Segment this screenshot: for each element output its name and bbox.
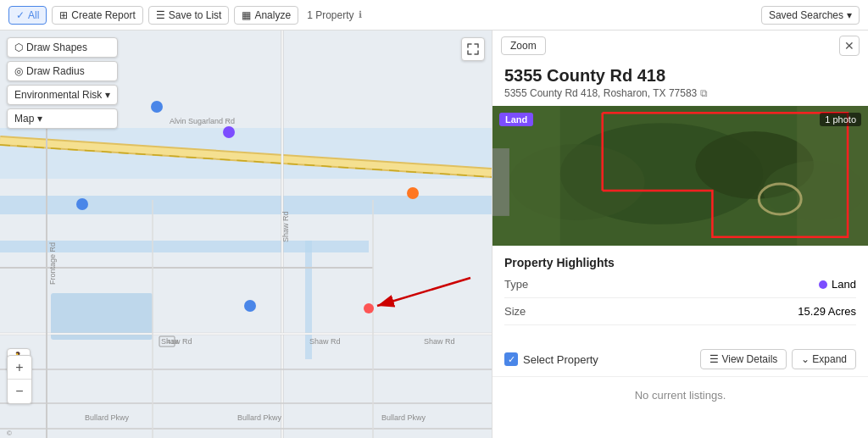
environmental-risk-dropdown[interactable]: Environmental Risk ▾ xyxy=(7,85,118,105)
svg-point-31 xyxy=(223,126,235,138)
property-highlights: Property Highlights Type Land Size 15.29… xyxy=(492,246,868,342)
svg-text:Shaw Rd: Shaw Rd xyxy=(309,337,341,346)
type-value-text: Land xyxy=(832,278,856,291)
land-dot xyxy=(819,280,827,289)
property-header: 5355 County Rd 418 5355 County Rd 418, R… xyxy=(492,56,868,106)
select-property-checkbox[interactable]: ✓ xyxy=(504,352,518,366)
toolbar: ✓ All ⊞ Create Report ☰ Save to List ▦ A… xyxy=(0,0,868,30)
chart-icon: ▦ xyxy=(242,9,251,21)
divider-2 xyxy=(504,324,856,325)
environmental-risk-label: Environmental Risk xyxy=(14,89,102,101)
property-boundary-svg xyxy=(492,106,868,246)
action-buttons: ☰ View Details ⌄ Expand xyxy=(700,349,856,369)
all-label: All xyxy=(28,9,39,21)
map-type-label: Map xyxy=(14,113,34,125)
analyze-label: Analyze xyxy=(254,9,291,21)
chevron-down-icon: ▾ xyxy=(847,9,852,21)
save-to-list-label: Save to List xyxy=(169,9,222,21)
check-icon: ✓ xyxy=(16,9,25,21)
draw-shapes-label: Draw Shapes xyxy=(26,42,87,53)
select-property-container: ✓ Select Property xyxy=(504,352,598,366)
size-value: 15.29 Acres xyxy=(798,305,856,318)
info-icon[interactable]: ℹ xyxy=(359,9,362,20)
map-controls: ⬡ Draw Shapes ◎ Draw Radius Environmenta… xyxy=(7,37,118,129)
property-address: 5355 County Rd 418, Rosharon, TX 77583 ⧉ xyxy=(504,87,856,99)
expand-button[interactable]: ⌄ Expand xyxy=(792,349,856,369)
main-layout: Frontage Rd Shaw Rd Shaw Rd Shaw Rd Shaw… xyxy=(0,30,868,438)
view-details-button[interactable]: ☰ View Details xyxy=(700,349,787,369)
select-property-label: Select Property xyxy=(523,353,598,366)
map-type-dropdown[interactable]: Map ▾ xyxy=(7,108,118,129)
expand-icon xyxy=(467,43,479,55)
type-label: Type xyxy=(504,278,528,291)
map-background: Frontage Rd Shaw Rd Shaw Rd Shaw Rd Shaw… xyxy=(0,30,492,438)
list-details-icon: ☰ xyxy=(709,353,719,365)
svg-text:Shaw Rd: Shaw Rd xyxy=(281,211,290,242)
property-count: 1 Property xyxy=(307,9,353,21)
svg-rect-1 xyxy=(0,196,492,214)
draw-shapes-icon: ⬡ xyxy=(14,42,23,53)
view-details-label: View Details xyxy=(721,353,777,365)
zoom-in-button[interactable]: + xyxy=(8,356,31,380)
type-row: Type Land xyxy=(504,278,856,291)
list-icon: ☰ xyxy=(156,9,165,21)
expand-label: Expand xyxy=(812,353,847,365)
svg-text:Shaw Rd: Shaw Rd xyxy=(424,337,455,346)
no-listings-message: No current listings. xyxy=(492,376,868,413)
zoom-out-button[interactable]: − xyxy=(8,380,31,403)
save-to-list-button[interactable]: ☰ Save to List xyxy=(148,6,230,25)
size-label: Size xyxy=(504,305,526,318)
map-container[interactable]: Frontage Rd Shaw Rd Shaw Rd Shaw Rd Shaw… xyxy=(0,30,492,438)
photo-count: 1 photo xyxy=(820,113,861,126)
actions-row: ✓ Select Property ☰ View Details ⌄ Expan… xyxy=(492,342,868,376)
close-panel-button[interactable]: ✕ xyxy=(839,36,860,56)
draw-radius-label: Draw Radius xyxy=(26,65,85,77)
create-report-button[interactable]: ⊞ Create Report xyxy=(52,6,142,25)
divider xyxy=(504,297,856,298)
chevron-down-icon: ▾ xyxy=(105,89,110,101)
svg-point-32 xyxy=(76,198,88,210)
svg-rect-47 xyxy=(492,148,509,216)
svg-point-29 xyxy=(364,303,374,313)
address-text: 5355 County Rd 418, Rosharon, TX 77583 xyxy=(504,87,697,99)
svg-point-30 xyxy=(151,101,163,113)
type-value: Land xyxy=(819,278,856,291)
close-icon: ✕ xyxy=(844,39,854,53)
panel-topbar: Zoom ✕ xyxy=(492,30,868,56)
svg-point-33 xyxy=(407,187,419,199)
draw-radius-button[interactable]: ◎ Draw Radius xyxy=(7,61,118,81)
draw-radius-icon: ◎ xyxy=(14,65,23,77)
svg-text:Bullard Pkwy: Bullard Pkwy xyxy=(381,413,426,422)
aerial-image: Land 1 photo xyxy=(492,106,868,246)
svg-text:418: 418 xyxy=(167,338,179,346)
copy-icon[interactable]: ⧉ xyxy=(700,87,708,99)
map-expand-button[interactable] xyxy=(461,37,485,61)
property-title: 5355 County Rd 418 xyxy=(504,66,856,86)
report-icon: ⊞ xyxy=(59,9,68,21)
zoom-button[interactable]: Zoom xyxy=(501,36,546,55)
land-badge: Land xyxy=(499,113,533,126)
property-panel: Zoom ✕ 5355 County Rd 418 5355 County Rd… xyxy=(492,30,868,438)
all-button[interactable]: ✓ All xyxy=(8,6,47,25)
zoom-controls: + − xyxy=(7,355,32,404)
svg-text:Alvin Sugarland Rd: Alvin Sugarland Rd xyxy=(170,117,235,125)
draw-shapes-button[interactable]: ⬡ Draw Shapes xyxy=(7,37,118,58)
chevron-down-icon: ▾ xyxy=(37,113,42,125)
highlights-title: Property Highlights xyxy=(504,256,856,269)
saved-searches-label: Saved Searches xyxy=(769,9,843,21)
saved-searches-button[interactable]: Saved Searches ▾ xyxy=(761,6,860,25)
property-image: Land 1 photo xyxy=(492,106,868,246)
svg-rect-46 xyxy=(797,106,868,246)
zoom-label: Zoom xyxy=(510,40,537,52)
analyze-button[interactable]: ▦ Analyze xyxy=(234,6,298,25)
create-report-label: Create Report xyxy=(71,9,135,21)
svg-text:Bullard Pkwy: Bullard Pkwy xyxy=(237,413,282,422)
svg-text:©: © xyxy=(7,430,12,437)
svg-text:Frontage Rd: Frontage Rd xyxy=(48,242,57,285)
chevron-down-icon: ⌄ xyxy=(801,353,810,365)
svg-text:Bullard Pkwy: Bullard Pkwy xyxy=(85,413,130,422)
size-row: Size 15.29 Acres xyxy=(504,305,856,318)
svg-point-34 xyxy=(244,300,256,312)
